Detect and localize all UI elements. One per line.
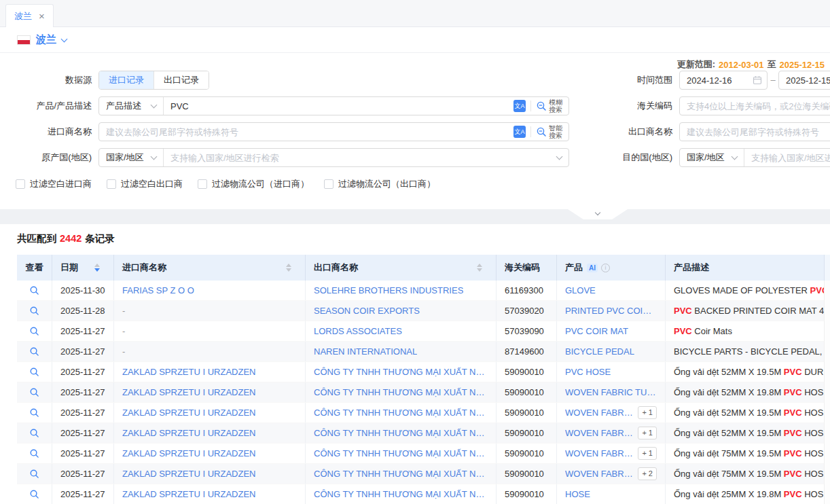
date-end-field[interactable]: [778, 71, 830, 90]
product-type-select[interactable]: 产品描述: [99, 97, 164, 115]
importer-link[interactable]: ZAKLAD SPRZETU I URZADZEN: [122, 448, 255, 458]
filter-blank-importer[interactable]: 过滤空白进口商: [16, 178, 92, 190]
origin-country-label: 原产国(地区): [17, 148, 92, 167]
exporter-link[interactable]: CÔNG TY TNHH THƯƠNG MẠI XUẤT NHẬP...: [314, 448, 488, 458]
product-link[interactable]: PVC COIR MAT: [565, 326, 628, 336]
sort-icon-exporter[interactable]: [477, 264, 482, 272]
scrollbar-track[interactable]: [824, 255, 830, 281]
chevron-down-icon: [151, 102, 158, 109]
view-record-icon[interactable]: [29, 367, 39, 377]
info-icon[interactable]: i: [601, 264, 610, 272]
column-hs-code: 海关编码: [497, 255, 557, 281]
exporter-link[interactable]: NAREN INTERNATIONAL: [314, 346, 417, 357]
product-link[interactable]: HOSE: [565, 489, 590, 499]
product-desc-cell: Ống vải dệt 52MM X 19.5M PVC HOS...: [666, 403, 830, 422]
exporter-link[interactable]: LORDS ASSOCIATES: [314, 326, 402, 336]
checkbox-icon[interactable]: [107, 179, 116, 189]
filter-blank-exporter[interactable]: 过滤空白出口商: [107, 178, 183, 190]
product-link[interactable]: BICYCLE PEDAL: [565, 346, 634, 357]
table-header: 查看 日期 进口商名称 出口商名称 海关编码 产品 AI i: [17, 255, 830, 281]
smart-search-button[interactable]: 智能搜索: [536, 124, 562, 139]
checkbox-icon[interactable]: [324, 179, 333, 189]
exporter-link[interactable]: CÔNG TY TNHH THƯƠNG MẠI XUẤT NHẬP...: [314, 428, 488, 438]
date-end-input[interactable]: [779, 75, 830, 86]
product-search-input[interactable]: [164, 97, 507, 115]
scrollbar-track[interactable]: [824, 281, 830, 504]
country-name[interactable]: 波兰: [36, 33, 56, 46]
product-link[interactable]: WOVEN FABRIC ...: [565, 408, 633, 418]
translate-icon[interactable]: 文A: [513, 100, 526, 112]
view-record-icon[interactable]: [29, 428, 39, 438]
importer-link[interactable]: ZAKLAD SPRZETU I URZADZEN: [122, 408, 255, 418]
column-product-desc: 产品描述: [666, 255, 830, 281]
importer-link: -: [122, 326, 125, 336]
table-row: 2025-11-27 ZAKLAD SPRZETU I URZADZEN CÔN…: [17, 403, 830, 423]
exporter-link[interactable]: SOLEHRE BROTHERS INDUSTRIES: [314, 285, 463, 295]
importer-link[interactable]: ZAKLAD SPRZETU I URZADZEN: [122, 469, 255, 479]
table-row: 2025-11-27 - LORDS ASSOCIATES 57039090 P…: [17, 321, 830, 342]
table-row: 2025-11-28 - SEASON COIR EXPORTS 5703902…: [17, 301, 830, 321]
exporter-link[interactable]: CÔNG TY TNHH THƯƠNG MẠI XUẤT NHẬP...: [314, 387, 488, 397]
exporter-link[interactable]: SEASON COIR EXPORTS: [314, 306, 420, 316]
importer-link[interactable]: ZAKLAD SPRZETU I URZADZEN: [122, 367, 255, 377]
keyword-highlight: PVC: [784, 469, 802, 479]
view-record-icon[interactable]: [29, 306, 39, 316]
exporter-link[interactable]: CÔNG TY TNHH THƯƠNG MẠI XUẤT NHẬP...: [314, 367, 488, 377]
product-link[interactable]: WOVEN FABRIC ...: [565, 428, 633, 438]
product-link[interactable]: PVC HOSE: [565, 367, 611, 377]
keyword-highlight: PVC: [784, 367, 802, 377]
product-link[interactable]: WOVEN FABRIC ...: [565, 448, 633, 458]
checkbox-icon[interactable]: [16, 179, 25, 189]
destination-country-input[interactable]: [744, 149, 830, 166]
import-records-button[interactable]: 进口记录: [99, 71, 154, 89]
extra-count-badge[interactable]: + 1: [638, 427, 657, 439]
product-link[interactable]: PRINTED PVC COIR M...: [565, 306, 657, 316]
view-cell: [17, 362, 52, 382]
view-record-icon[interactable]: [29, 448, 39, 458]
view-cell: [17, 281, 52, 300]
view-record-icon[interactable]: [29, 285, 39, 295]
fuzzy-search-button[interactable]: 模糊搜索: [536, 98, 562, 113]
sort-icon-importer[interactable]: [286, 264, 291, 272]
date-start-field[interactable]: [679, 71, 768, 90]
sort-icon-date[interactable]: [94, 264, 100, 272]
keyword-highlight: PVC: [674, 326, 692, 336]
importer-name-input[interactable]: [99, 123, 507, 141]
origin-type-select[interactable]: 国家/地区: [99, 149, 164, 166]
view-record-icon[interactable]: [29, 346, 39, 357]
view-record-icon[interactable]: [29, 469, 39, 479]
product-link[interactable]: GLOVE: [565, 285, 596, 295]
origin-country-input[interactable]: [164, 149, 557, 166]
filter-logistics-importer[interactable]: 过滤物流公司（进口商）: [198, 178, 309, 190]
exporter-link[interactable]: CÔNG TY TNHH THƯƠNG MẠI XUẤT NHẬP...: [314, 408, 488, 418]
product-link[interactable]: WOVEN FABRIC ...: [565, 469, 633, 479]
translate-icon[interactable]: 文A: [513, 126, 526, 138]
importer-link[interactable]: FARIAS SP Z O O: [122, 285, 194, 295]
product-desc-cell: Ống vải dệt 75MM X 19.5M PVC HOS...: [666, 444, 830, 463]
importer-link[interactable]: ZAKLAD SPRZETU I URZADZEN: [122, 428, 255, 438]
product-link[interactable]: WOVEN FABRIC TUBE: [565, 387, 657, 397]
tab-poland[interactable]: 波兰 ×: [5, 4, 54, 27]
extra-count-badge[interactable]: + 1: [638, 406, 657, 419]
export-records-button[interactable]: 出口记录: [154, 71, 209, 89]
importer-link[interactable]: ZAKLAD SPRZETU I URZADZEN: [122, 387, 255, 397]
destination-type-select[interactable]: 国家/地区: [680, 149, 744, 166]
extra-count-badge[interactable]: + 1: [638, 447, 657, 460]
chevron-down-icon[interactable]: [61, 35, 68, 42]
filter-logistics-exporter[interactable]: 过滤物流公司（出口商）: [324, 178, 435, 190]
extra-count-badge[interactable]: + 2: [638, 467, 657, 480]
exporter-name-input[interactable]: [679, 122, 830, 141]
hs-code-input[interactable]: [679, 96, 830, 115]
view-record-icon[interactable]: [29, 489, 39, 499]
table-row: 2025-11-27 ZAKLAD SPRZETU I URZADZEN CÔN…: [17, 444, 830, 464]
product-desc-cell: Ống vải dệt 52MM X 19.5M PVC DUR...: [666, 362, 830, 382]
checkbox-icon[interactable]: [198, 179, 207, 189]
exporter-link[interactable]: CÔNG TY TNHH THƯƠNG MẠI XUẤT NHẬP...: [314, 489, 488, 499]
close-icon[interactable]: ×: [39, 11, 45, 21]
view-record-icon[interactable]: [29, 387, 39, 397]
view-record-icon[interactable]: [29, 326, 39, 336]
exporter-link[interactable]: CÔNG TY TNHH THƯƠNG MẠI XUẤT NHẬP...: [314, 469, 488, 479]
importer-link[interactable]: ZAKLAD SPRZETU I URZADZEN: [122, 489, 255, 499]
chevron-down-icon[interactable]: [556, 154, 563, 160]
view-record-icon[interactable]: [29, 408, 39, 418]
